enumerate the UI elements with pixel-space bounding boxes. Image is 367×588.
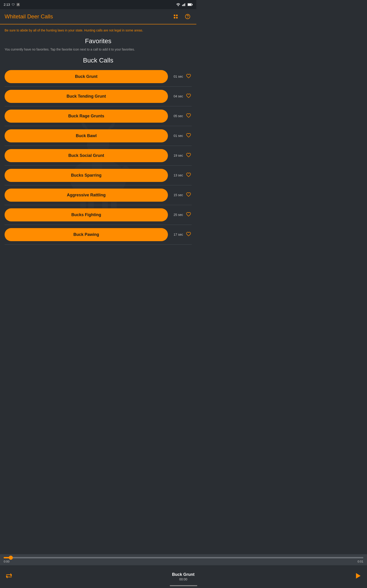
a-status-icon: A	[17, 3, 20, 6]
call-item: Aggressive Rattling15 sec	[5, 185, 192, 205]
favorite-button-8[interactable]	[185, 232, 192, 237]
svg-rect-3	[184, 4, 184, 6]
buck-calls-header: Buck Calls	[5, 57, 192, 64]
top-bar: Whitetail Deer Calls	[0, 9, 196, 24]
svg-rect-2	[183, 4, 184, 6]
svg-point-13	[188, 17, 188, 18]
grid-icon[interactable]	[172, 12, 180, 21]
svg-rect-1	[182, 5, 183, 6]
call-duration-7: 25 sec	[171, 213, 183, 216]
call-item: Buck Pawing17 sec	[5, 225, 192, 245]
call-button-6[interactable]: Aggressive Rattling	[5, 189, 168, 202]
call-duration-6: 15 sec	[171, 193, 183, 197]
favorites-header: Favorites	[5, 37, 192, 45]
call-item: Bucks Fighting25 sec	[5, 205, 192, 225]
favorite-button-2[interactable]	[185, 113, 192, 119]
shield-icon: 🛡	[12, 3, 15, 6]
wifi-icon	[176, 3, 180, 6]
svg-rect-9	[176, 15, 177, 16]
call-item: Buck Social Grunt19 sec	[5, 146, 192, 166]
call-button-8[interactable]: Buck Pawing	[5, 228, 168, 241]
call-button-5[interactable]: Bucks Sparring	[5, 169, 168, 182]
call-item: Bucks Sparring13 sec	[5, 166, 192, 185]
call-item: Buck Tending Grunt04 sec	[5, 86, 192, 106]
favorite-button-5[interactable]	[185, 172, 192, 178]
call-duration-5: 13 sec	[171, 173, 183, 177]
call-button-3[interactable]: Buck Bawl	[5, 129, 168, 142]
call-item: Buck Grunt01 sec	[5, 67, 192, 86]
svg-rect-4	[185, 3, 185, 6]
main-content: Be sure to abide by all of the hunting l…	[0, 25, 196, 296]
call-button-1[interactable]: Buck Tending Grunt	[5, 90, 168, 103]
help-icon[interactable]	[184, 12, 192, 21]
warning-text: Be sure to abide by all of the hunting l…	[5, 28, 192, 33]
favorite-button-1[interactable]	[185, 93, 192, 99]
signal-icon	[182, 3, 186, 6]
favorites-empty-message: You currently have no favorites. Tap the…	[5, 48, 192, 51]
call-item: Buck Rage Grunts05 sec	[5, 106, 192, 126]
call-duration-0: 01 sec	[171, 75, 183, 78]
favorite-button-4[interactable]	[185, 153, 192, 158]
call-button-7[interactable]: Bucks Fighting	[5, 208, 168, 221]
svg-rect-8	[174, 15, 175, 16]
call-duration-8: 17 sec	[171, 233, 183, 236]
call-duration-4: 19 sec	[171, 154, 183, 157]
svg-rect-11	[176, 17, 177, 18]
call-duration-3: 01 sec	[171, 134, 183, 138]
call-duration-1: 04 sec	[171, 95, 183, 98]
status-bar: 2:13 🛡 A	[0, 0, 196, 9]
call-button-0[interactable]: Buck Grunt	[5, 70, 168, 83]
call-button-2[interactable]: Buck Rage Grunts	[5, 110, 168, 123]
app-title: Whitetail Deer Calls	[5, 13, 53, 20]
svg-rect-10	[174, 17, 175, 18]
status-time-area: 2:13 🛡 A	[4, 3, 20, 6]
battery-icon	[188, 3, 193, 6]
top-bar-actions	[172, 12, 192, 21]
call-button-4[interactable]: Buck Social Grunt	[5, 149, 168, 162]
svg-point-0	[178, 6, 178, 6]
favorite-button-7[interactable]	[185, 212, 192, 218]
svg-rect-6	[188, 4, 191, 6]
favorite-button-3[interactable]	[185, 133, 192, 139]
call-list: Buck Grunt01 secBuck Tending Grunt04 sec…	[5, 67, 192, 245]
favorite-button-6[interactable]	[185, 192, 192, 198]
call-duration-2: 05 sec	[171, 114, 183, 118]
call-item: Buck Bawl01 sec	[5, 126, 192, 146]
status-time: 2:13	[4, 3, 10, 6]
status-icons	[176, 3, 193, 6]
favorite-button-0[interactable]	[185, 73, 192, 79]
svg-rect-7	[192, 4, 193, 5]
